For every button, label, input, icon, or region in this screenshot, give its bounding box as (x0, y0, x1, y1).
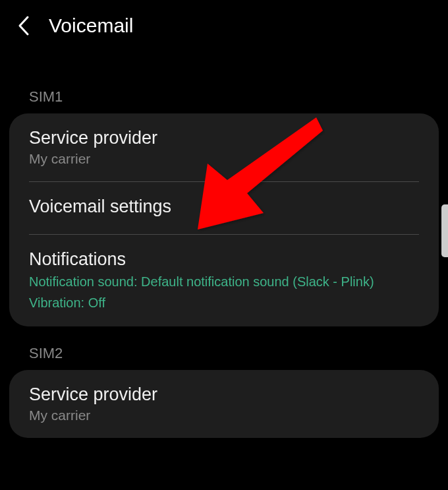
section-label-sim2: SIM2 (0, 326, 448, 370)
list-item-title: Service provider (29, 384, 419, 405)
list-item-subtitle: My carrier (29, 408, 419, 423)
notification-sound-label: Notification sound: Default notification… (29, 272, 419, 291)
notification-vibration-label: Vibration: Off (29, 293, 419, 312)
list-item-notifications[interactable]: Notifications Notification sound: Defaul… (9, 235, 439, 326)
list-item-voicemail-settings[interactable]: Voicemail settings (9, 182, 439, 234)
list-item-service-provider[interactable]: Service provider My carrier (9, 113, 439, 181)
section-label-sim1: SIM1 (0, 50, 448, 113)
list-item-title: Notifications (29, 249, 419, 270)
back-icon[interactable] (16, 15, 30, 37)
list-item-subtitle: My carrier (29, 151, 419, 167)
sim1-card: Service provider My carrier Voicemail se… (9, 113, 439, 326)
sim2-card: Service provider My carrier (9, 370, 439, 438)
list-item-title: Voicemail settings (29, 197, 419, 217)
scroll-indicator[interactable] (441, 204, 448, 257)
header: Voicemail (0, 0, 448, 50)
list-item-title: Service provider (29, 128, 419, 148)
list-item-service-provider[interactable]: Service provider My carrier (9, 370, 439, 438)
page-title: Voicemail (49, 15, 133, 37)
